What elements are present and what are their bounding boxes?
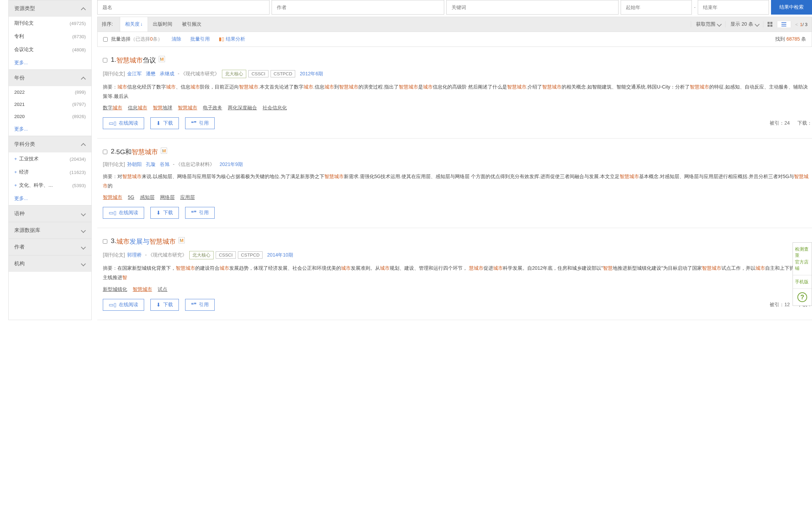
author-link[interactable]: 郭理桥 <box>127 252 142 258</box>
download-button[interactable]: ⬇下载 <box>150 299 179 311</box>
facet-header[interactable]: 来源数据库 <box>9 222 91 239</box>
result-checkbox[interactable] <box>103 150 107 154</box>
keyword-link[interactable]: 智慧城市 <box>103 194 122 200</box>
facet-header[interactable]: 语种 <box>9 205 91 222</box>
keyword-link[interactable]: 智慧城市 <box>178 105 197 110</box>
facet-item[interactable]: 期刊论文(49725) <box>9 17 91 30</box>
author-input[interactable] <box>272 0 444 15</box>
help-icon: ? <box>797 292 807 302</box>
keyword-link[interactable]: 智慧城市 <box>133 286 152 292</box>
result-meta: [期刊论文]金江军潘懋承继成 - 《现代城市研究》 北大核心CSSCICSTPC… <box>103 70 812 78</box>
keyword-input[interactable] <box>446 0 619 15</box>
facet-item[interactable]: 会议论文(4808) <box>9 43 91 56</box>
keyword-link[interactable]: 信息城市 <box>128 105 147 110</box>
plus-icon: + <box>14 183 17 188</box>
title-input[interactable] <box>97 0 270 15</box>
cite-button[interactable]: ❝❞引用 <box>185 117 215 129</box>
facet-item[interactable]: 2022(899) <box>9 86 91 98</box>
facet-item[interactable]: +经济(11623) <box>9 166 91 179</box>
issue-link[interactable]: 2014年10期 <box>267 252 293 258</box>
keyword-link[interactable]: 5G <box>128 194 134 200</box>
author-link[interactable]: 孔璇 <box>146 161 156 167</box>
svg-rect-4 <box>781 22 786 23</box>
pager: < 1 / 3 <box>791 21 812 27</box>
author-link[interactable]: 谷旭 <box>160 161 169 167</box>
chart-icon: ▮▯ <box>219 36 224 42</box>
download-button[interactable]: ⬇下载 <box>150 207 179 219</box>
keyword-link[interactable]: 两化深度融合 <box>228 105 257 110</box>
read-online-button[interactable]: ▭▯在线阅读 <box>103 117 144 129</box>
facet-item[interactable]: 专利(8730) <box>9 30 91 43</box>
batch-cite[interactable]: 批量引用 <box>190 36 210 42</box>
facet-item[interactable]: +文化、科学、…(5393) <box>9 179 91 192</box>
facet-item-label: +经济 <box>14 169 29 175</box>
author-link[interactable]: 孙朝阳 <box>127 161 142 167</box>
facet-item-count: (8730) <box>72 34 86 39</box>
list-view-button[interactable] <box>777 21 791 27</box>
sort-pubdate[interactable]: 出版时间 <box>148 17 177 32</box>
scope-dropdown[interactable]: 获取范围 <box>691 21 725 27</box>
issue-link[interactable]: 2012年6期 <box>300 71 323 76</box>
author-link[interactable]: 金江军 <box>127 71 142 76</box>
facet-header[interactable]: 作者 <box>9 239 91 255</box>
result-title[interactable]: 5G和智慧城市 <box>116 148 158 157</box>
select-all-checkbox[interactable] <box>103 37 108 42</box>
facet-item-label: 会议论文 <box>14 47 34 53</box>
facet-header[interactable]: 机构 <box>9 255 91 272</box>
facet-item-label: 专利 <box>14 33 24 40</box>
keyword-link[interactable]: 网络层 <box>160 194 175 200</box>
float-check[interactable]: 检测查重官方店铺 <box>793 243 812 275</box>
result-title[interactable]: 智慧城市刍议 <box>116 56 156 65</box>
result-checkbox[interactable] <box>103 239 107 244</box>
facet-item-count: (899) <box>75 90 86 95</box>
keyword-link[interactable]: 智慧地球 <box>153 105 172 110</box>
float-help[interactable]: ? <box>793 289 812 306</box>
sort-relevance[interactable]: 相关度↓ <box>120 17 148 32</box>
keyword-link[interactable]: 新型城镇化 <box>103 286 127 292</box>
read-online-button[interactable]: ▭▯在线阅读 <box>103 207 144 219</box>
facet-header[interactable]: 学科分类 <box>9 136 91 152</box>
result-title[interactable]: 城市发展与智慧城市 <box>116 237 176 246</box>
facet-item-label: 2022 <box>14 90 25 95</box>
keyword-link[interactable]: 社会信息化 <box>263 105 287 110</box>
facet-item[interactable]: +工业技术(20434) <box>9 152 91 166</box>
author-link[interactable]: 承继成 <box>160 71 174 76</box>
facet-more[interactable]: 更多... <box>14 126 28 132</box>
grid-view-button[interactable] <box>763 21 777 27</box>
svg-rect-6 <box>781 26 786 26</box>
pager-prev[interactable]: < <box>795 22 798 27</box>
keyword-link[interactable]: 数字城市 <box>103 105 122 110</box>
facet-item[interactable]: 2020(8926) <box>9 110 91 123</box>
facet-more[interactable]: 更多... <box>14 60 28 66</box>
cite-button[interactable]: ❝❞引用 <box>185 207 215 219</box>
float-mobile[interactable]: 手机版 <box>793 275 812 289</box>
issue-link[interactable]: 2021年9期 <box>219 161 243 167</box>
keyword-link[interactable]: 试点 <box>158 286 167 292</box>
keyword-link[interactable]: 电子政务 <box>203 105 222 110</box>
facet-title: 作者 <box>14 244 25 250</box>
cite-button[interactable]: ❝❞引用 <box>185 299 215 311</box>
result-checkbox[interactable] <box>103 58 107 62</box>
batch-clear[interactable]: 清除 <box>172 36 181 42</box>
refine-search-button[interactable]: 结果中检索 <box>771 0 812 15</box>
batch-analyze[interactable]: ▮▯结果分析 <box>219 36 245 42</box>
facet-header[interactable]: 资源类型 <box>9 0 91 17</box>
read-online-button[interactable]: ▭▯在线阅读 <box>103 299 144 311</box>
facet-more[interactable]: 更多... <box>14 195 28 202</box>
facet-title: 学科分类 <box>14 141 35 148</box>
year-to-input[interactable] <box>698 0 769 15</box>
chevron-up-icon <box>82 142 86 147</box>
download-button[interactable]: ⬇下载 <box>150 117 179 129</box>
book-icon: ▭▯ <box>109 210 116 216</box>
sort-citations[interactable]: 被引频次 <box>177 17 206 32</box>
year-from-input[interactable] <box>621 0 692 15</box>
pagesize-dropdown[interactable]: 显示 20 条 <box>725 21 763 27</box>
refine-search-bar: - 结果中检索 <box>97 0 812 15</box>
author-link[interactable]: 潘懋 <box>146 71 156 76</box>
facet-header[interactable]: 年份 <box>9 69 91 86</box>
keyword-link[interactable]: 应用层 <box>180 194 195 200</box>
facet-item-count: (11623) <box>69 170 86 175</box>
facet-item[interactable]: 2021(9797) <box>9 98 91 110</box>
chevron-down-icon <box>718 22 722 26</box>
keyword-link[interactable]: 感知层 <box>140 194 155 200</box>
